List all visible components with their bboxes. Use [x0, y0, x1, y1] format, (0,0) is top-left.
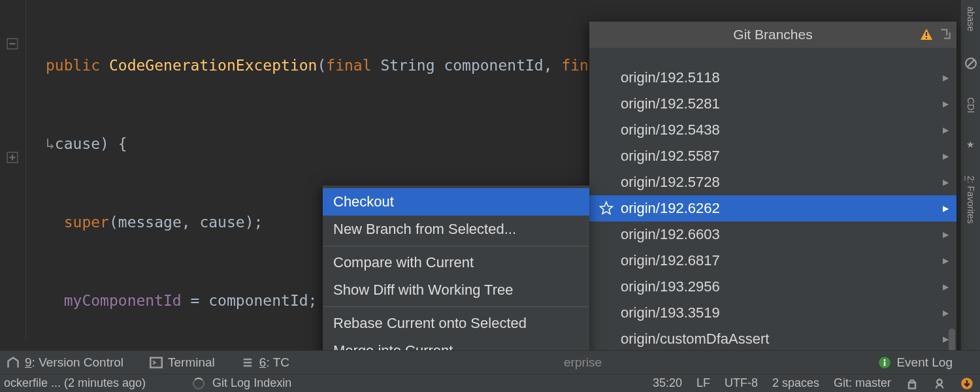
menu-item[interactable]: New Branch from Selected... [323, 216, 589, 243]
chevron-right-icon: ▶ [943, 335, 949, 344]
branch-label: origin/192.5438 [621, 122, 720, 139]
spinner-icon [193, 378, 204, 389]
git-branches-header: Git Branches [589, 22, 956, 48]
list-icon [241, 356, 254, 369]
branch-label: origin/193.3519 [621, 304, 720, 321]
terminal-icon [150, 356, 163, 369]
git-branches-title: Git Branches [589, 27, 956, 42]
svg-rect-9 [926, 37, 927, 39]
info-icon [878, 356, 891, 369]
branch-list[interactable]: origin/192.5118▶origin/192.5281▶origin/1… [589, 48, 956, 352]
editor-gutter [0, 0, 26, 340]
branch-label: origin/193.2956 [621, 278, 720, 295]
status-git-branch[interactable]: Git: master [834, 376, 891, 390]
tool-window-bar: 9: Version Control Terminal 6: TC erpris… [0, 350, 980, 374]
update-available-icon[interactable] [960, 377, 973, 390]
chevron-right-icon: ▶ [943, 99, 949, 108]
inspector-icon[interactable] [933, 377, 946, 390]
branch-item[interactable]: origin/192.6603▶ [589, 221, 956, 248]
chevron-right-icon: ▶ [943, 73, 949, 82]
status-left-text: ockerfile ... (2 minutes ago) [0, 376, 146, 390]
status-caret[interactable]: 35:20 [653, 376, 682, 390]
branch-label: origin/192.5281 [621, 95, 720, 112]
branch-label: origin/192.6603 [621, 226, 720, 243]
partial-text-enterprise: erprise [564, 355, 602, 370]
menu-separator [323, 246, 589, 246]
chevron-right-icon: ▶ [943, 230, 949, 239]
svg-rect-8 [926, 32, 927, 36]
tool-favorites[interactable]: 2: Favorites [966, 176, 976, 223]
cdi-icon[interactable] [965, 57, 977, 71]
star-icon[interactable]: ★ [966, 139, 975, 150]
svg-rect-15 [884, 359, 886, 361]
chevron-right-icon: ▶ [943, 308, 949, 318]
menu-item[interactable]: Rebase Current onto Selected [323, 310, 589, 337]
status-linesep[interactable]: LF [696, 376, 710, 390]
toolbtn-todo[interactable]: 6: TC [241, 355, 289, 370]
menu-separator [323, 306, 589, 307]
resize-icon[interactable] [938, 27, 953, 41]
chevron-right-icon: ▶ [943, 204, 949, 213]
branch-item[interactable]: origin/192.5438▶ [589, 117, 956, 143]
chevron-right-icon: ▶ [943, 282, 949, 291]
tool-database[interactable]: abase [966, 7, 976, 31]
branch-label: origin/192.5587 [621, 148, 720, 165]
branch-item[interactable]: origin/192.5281▶ [589, 91, 956, 117]
warning-icon[interactable] [920, 28, 933, 41]
toolbtn-event-log[interactable]: Event Log [878, 355, 953, 370]
fold-plus-icon[interactable] [7, 152, 18, 163]
status-encoding[interactable]: UTF-8 [725, 376, 758, 390]
menu-item[interactable]: Show Diff with Working Tree [323, 276, 589, 304]
vcs-icon [7, 356, 20, 369]
branch-label: origin/192.5118 [621, 69, 720, 86]
lock-icon[interactable] [906, 377, 919, 390]
chevron-right-icon: ▶ [943, 152, 949, 161]
branch-label: origin/192.6262 [621, 200, 720, 217]
branch-item[interactable]: origin/192.6262▶ [589, 195, 956, 221]
toolbtn-terminal[interactable]: Terminal [150, 355, 215, 370]
branch-item[interactable]: origin/192.5728▶ [589, 169, 956, 195]
status-bar: ockerfile ... (2 minutes ago) Git Log In… [0, 374, 980, 392]
svg-rect-17 [909, 382, 915, 388]
branch-label: origin/192.6817 [621, 252, 720, 269]
svg-point-18 [937, 379, 942, 384]
status-indent[interactable]: 2 spaces [772, 376, 819, 390]
right-tool-strip: abase CDI ★ 2: Favorites [960, 0, 980, 366]
branch-item[interactable]: origin/customDfaAssert▶ [589, 326, 956, 352]
star-outline-icon [598, 201, 614, 216]
svg-rect-16 [884, 361, 886, 365]
menu-item[interactable]: Checkout [323, 188, 589, 216]
tool-cdi-label[interactable]: CDI [966, 97, 976, 113]
chevron-right-icon: ▶ [943, 256, 949, 265]
branch-item[interactable]: origin/193.3519▶ [589, 300, 956, 326]
svg-line-6 [967, 60, 974, 67]
chevron-right-icon: ▶ [943, 178, 949, 187]
status-indexing: Git Log Indexin [212, 376, 291, 390]
branch-item[interactable]: origin/192.5587▶ [589, 143, 956, 169]
branch-label: origin/192.5728 [621, 174, 720, 191]
branch-label: origin/customDfaAssert [621, 331, 769, 348]
branch-item[interactable]: origin/192.5118▶ [589, 65, 956, 91]
fold-minus-icon[interactable] [7, 38, 18, 50]
git-branches-popup: Git Branches origin/192.5118▶origin/192.… [589, 22, 956, 361]
menu-item[interactable]: Compare with Current [323, 249, 589, 276]
chevron-right-icon: ▶ [943, 125, 949, 135]
branch-item[interactable]: origin/192.6817▶ [589, 248, 956, 274]
toolbtn-version-control[interactable]: 9: Version Control [7, 355, 123, 370]
branch-item[interactable]: origin/193.2956▶ [589, 274, 956, 300]
